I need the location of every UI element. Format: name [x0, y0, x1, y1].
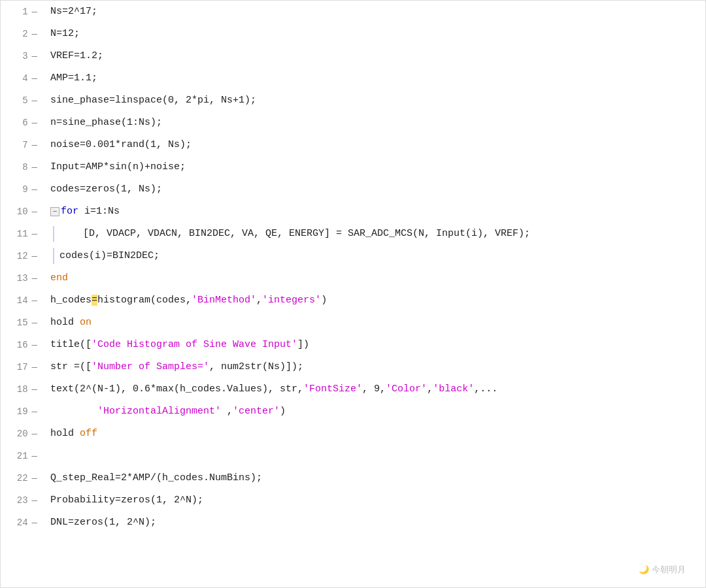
- code-row: 7—noise=0.001*rand(1, Ns);: [1, 134, 705, 156]
- code-row: 17—str =(['Number of Samples=', num2str(…: [1, 356, 705, 378]
- code-row: 15—hold on: [1, 312, 705, 334]
- line-number: 6—: [1, 112, 45, 134]
- line-number: 11—: [1, 223, 45, 245]
- code-row: 16—title(['Code Histogram of Sine Wave I…: [1, 334, 705, 356]
- line-number: 7—: [1, 134, 45, 156]
- code-row: 14—h_codes=histogram(codes,'BinMethod','…: [1, 289, 705, 312]
- line-content: DNL=zeros(1, 2^N);: [45, 512, 705, 534]
- code-row: 20—hold off: [1, 423, 705, 445]
- line-content: str =(['Number of Samples=', num2str(Ns)…: [45, 356, 705, 378]
- line-number: 4—: [1, 67, 45, 90]
- code-row: 10—−for i=1:Ns: [1, 201, 705, 223]
- line-number: 17—: [1, 356, 45, 378]
- line-number: 18—: [1, 378, 45, 400]
- line-number: 14—: [1, 289, 45, 312]
- line-content: hold on: [45, 312, 705, 334]
- line-content: Probability=zeros(1, 2^N);: [45, 489, 705, 512]
- line-number: 21—: [1, 445, 45, 467]
- line-number: 5—: [1, 90, 45, 112]
- code-row: 5—sine_phase=linspace(0, 2*pi, Ns+1);: [1, 90, 705, 112]
- watermark: 🌙 今朝明月: [639, 564, 686, 576]
- line-content: title(['Code Histogram of Sine Wave Inpu…: [45, 334, 705, 356]
- line-number: 16—: [1, 334, 45, 356]
- line-content: −for i=1:Ns: [45, 201, 705, 223]
- line-content: codes(i)=BIN2DEC;: [45, 245, 705, 267]
- line-content: n=sine_phase(1:Ns);: [45, 112, 705, 134]
- code-row: 8—Input=AMP*sin(n)+noise;: [1, 156, 705, 178]
- line-number: 10—: [1, 201, 45, 223]
- code-row: 23—Probability=zeros(1, 2^N);: [1, 489, 705, 512]
- line-content: text(2^(N-1), 0.6*max(h_codes.Values), s…: [45, 378, 705, 400]
- code-row: 4—AMP=1.1;: [1, 67, 705, 90]
- line-content: N=12;: [45, 23, 705, 45]
- line-number: 13—: [1, 267, 45, 289]
- code-row: 19— 'HorizontalAlignment' ,'center'): [1, 400, 705, 423]
- line-content: h_codes=histogram(codes,'BinMethod','int…: [45, 289, 705, 312]
- line-number: 22—: [1, 467, 45, 489]
- line-number: 1—: [1, 1, 45, 23]
- code-row: 12—codes(i)=BIN2DEC;: [1, 245, 705, 267]
- line-content: codes=zeros(1, Ns);: [45, 178, 705, 201]
- fold-button[interactable]: −: [50, 207, 59, 216]
- code-row: 3—VREF=1.2;: [1, 45, 705, 67]
- line-content: 'HorizontalAlignment' ,'center'): [45, 400, 705, 423]
- line-content: sine_phase=linspace(0, 2*pi, Ns+1);: [45, 90, 705, 112]
- line-number: 9—: [1, 178, 45, 201]
- line-content: Ns=2^17;: [45, 1, 705, 23]
- line-content: AMP=1.1;: [45, 67, 705, 90]
- line-number: 2—: [1, 23, 45, 45]
- code-row: 2—N=12;: [1, 23, 705, 45]
- line-content: Input=AMP*sin(n)+noise;: [45, 156, 705, 178]
- code-row: 24—DNL=zeros(1, 2^N);: [1, 512, 705, 534]
- code-row: 11— [D, VDACP, VDACN, BIN2DEC, VA, QE, E…: [1, 223, 705, 245]
- line-number: 3—: [1, 45, 45, 67]
- code-row: 9—codes=zeros(1, Ns);: [1, 178, 705, 201]
- line-content: Q_step_Real=2*AMP/(h_codes.NumBins);: [45, 467, 705, 489]
- code-row: 6—n=sine_phase(1:Ns);: [1, 112, 705, 134]
- line-content: [D, VDACP, VDACN, BIN2DEC, VA, QE, ENERG…: [45, 223, 705, 245]
- code-container: 1—Ns=2^17;2—N=12;3—VREF=1.2;4—AMP=1.1;5—…: [0, 0, 706, 588]
- line-content: end: [45, 267, 705, 289]
- line-content: hold off: [45, 423, 705, 445]
- line-number: 24—: [1, 512, 45, 534]
- code-row: 1—Ns=2^17;: [1, 1, 705, 23]
- code-lines: 1—Ns=2^17;2—N=12;3—VREF=1.2;4—AMP=1.1;5—…: [1, 1, 705, 534]
- line-number: 19—: [1, 400, 45, 423]
- line-content: noise=0.001*rand(1, Ns);: [45, 134, 705, 156]
- code-row: 21—: [1, 445, 705, 467]
- line-number: 20—: [1, 423, 45, 445]
- code-row: 22—Q_step_Real=2*AMP/(h_codes.NumBins);: [1, 467, 705, 489]
- line-content: VREF=1.2;: [45, 45, 705, 67]
- line-number: 15—: [1, 312, 45, 334]
- line-number: 12—: [1, 245, 45, 267]
- code-row: 13—end: [1, 267, 705, 289]
- line-number: 23—: [1, 489, 45, 512]
- line-content: [45, 445, 705, 467]
- code-row: 18—text(2^(N-1), 0.6*max(h_codes.Values)…: [1, 378, 705, 400]
- line-number: 8—: [1, 156, 45, 178]
